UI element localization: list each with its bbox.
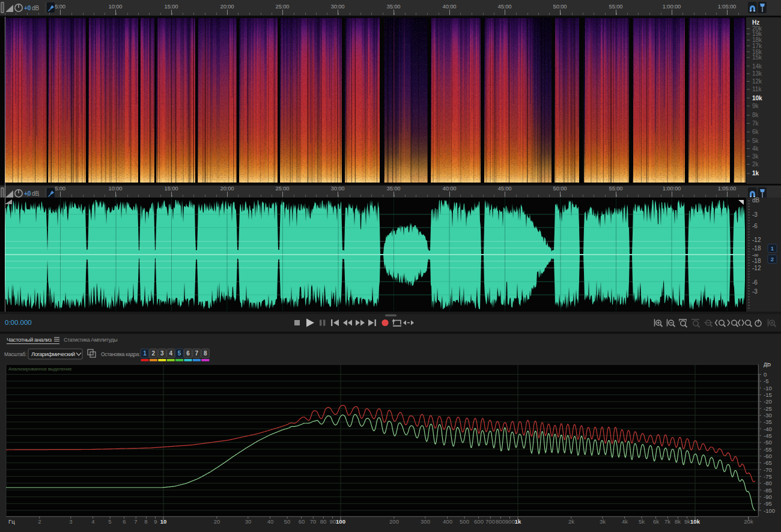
svg-text:3k: 3k	[752, 153, 759, 160]
svg-text:11k: 11k	[752, 86, 762, 92]
svg-text:12k: 12k	[752, 78, 762, 85]
svg-text:30: 30	[245, 518, 252, 525]
svg-text:15k: 15k	[752, 54, 762, 61]
svg-text:-5: -5	[764, 378, 768, 384]
svg-text:10:00: 10:00	[109, 3, 123, 10]
svg-text:80: 80	[320, 518, 327, 525]
svg-text:3: 3	[69, 518, 72, 525]
svg-text:-45: -45	[764, 432, 772, 439]
svg-text:13k: 13k	[752, 70, 762, 77]
svg-text:3k: 3k	[600, 518, 606, 525]
svg-text:25:00: 25:00	[276, 3, 290, 10]
svg-text:dB: dB	[752, 198, 760, 204]
svg-text:30:00: 30:00	[331, 3, 345, 10]
svg-text:8: 8	[144, 518, 147, 525]
svg-text:Анализированное выделение: Анализированное выделение	[8, 366, 72, 372]
svg-text:-90: -90	[764, 494, 772, 500]
svg-text:-40: -40	[764, 426, 772, 432]
svg-text:-18: -18	[752, 258, 761, 264]
svg-text:дБ: дБ	[764, 363, 771, 367]
svg-text:10: 10	[160, 518, 167, 525]
svg-text:-70: -70	[764, 467, 772, 473]
svg-text:45:00: 45:00	[498, 3, 512, 10]
svg-text:-20: -20	[764, 398, 772, 405]
svg-text:+0: +0	[24, 5, 31, 11]
svg-text:-65: -65	[764, 459, 772, 466]
svg-text:10k: 10k	[752, 95, 762, 101]
svg-text:dB: dB	[32, 5, 40, 11]
svg-text:70: 70	[310, 518, 317, 525]
svg-text:-60: -60	[764, 453, 772, 459]
svg-text:10:00: 10:00	[109, 186, 123, 192]
svg-text:dB: dB	[32, 190, 40, 197]
svg-text:1:00:00: 1:00:00	[663, 186, 681, 192]
svg-text:-12: -12	[752, 265, 761, 271]
svg-text:-80: -80	[764, 480, 772, 486]
svg-text:5:00: 5:00	[55, 3, 65, 10]
svg-text:4: 4	[91, 518, 94, 525]
svg-text:5k: 5k	[752, 138, 759, 144]
svg-text:6k: 6k	[752, 128, 759, 135]
svg-text:1k: 1k	[515, 518, 521, 525]
svg-text:7: 7	[195, 350, 199, 357]
svg-text:Статистика Амплитуды: Статистика Амплитуды	[64, 337, 117, 343]
svg-text:2: 2	[152, 350, 156, 357]
svg-text:800: 800	[496, 518, 505, 525]
svg-text:1:00:00: 1:00:00	[663, 3, 681, 10]
svg-text:Логарифмический: Логарифмический	[31, 351, 75, 357]
svg-text:25:00: 25:00	[276, 186, 290, 192]
svg-text:2: 2	[38, 518, 41, 525]
svg-text:-50: -50	[764, 439, 772, 446]
svg-text:-6: -6	[752, 279, 758, 286]
svg-text:-35: -35	[764, 419, 772, 425]
svg-text:Частотный анализ: Частотный анализ	[7, 336, 52, 343]
svg-text:Масштаб:: Масштаб:	[4, 351, 26, 357]
svg-text:8k: 8k	[752, 112, 759, 118]
svg-text:9k: 9k	[752, 103, 759, 109]
svg-text:-95: -95	[764, 500, 772, 507]
svg-text:4: 4	[169, 350, 172, 357]
svg-text:+0: +0	[24, 190, 31, 197]
svg-text:35:00: 35:00	[387, 3, 401, 10]
svg-text:60: 60	[299, 518, 305, 525]
svg-text:-30: -30	[764, 412, 772, 419]
svg-text:5k: 5k	[639, 518, 645, 525]
svg-text:-55: -55	[764, 446, 772, 453]
svg-text:40: 40	[267, 518, 274, 525]
svg-text:15:00: 15:00	[165, 186, 178, 192]
svg-text:-12: -12	[752, 237, 761, 243]
svg-text:-100: -100	[764, 507, 775, 514]
svg-text:1: 1	[771, 245, 774, 252]
svg-text:300: 300	[421, 518, 430, 525]
svg-text:Гц: Гц	[8, 518, 15, 525]
svg-text:6: 6	[123, 518, 126, 525]
svg-text:1:05:00: 1:05:00	[718, 3, 736, 10]
svg-text:1: 1	[143, 350, 147, 357]
svg-text:-∞: -∞	[752, 252, 758, 258]
svg-text:9: 9	[154, 518, 157, 525]
svg-text:1k: 1k	[752, 170, 759, 177]
svg-text:14k: 14k	[752, 63, 762, 70]
svg-text:3: 3	[160, 350, 164, 357]
svg-text:2k: 2k	[568, 518, 574, 525]
svg-text:-75: -75	[764, 473, 772, 480]
svg-text:200: 200	[389, 518, 399, 525]
svg-text:0:00.000: 0:00.000	[5, 319, 32, 326]
svg-text:35:00: 35:00	[387, 186, 401, 192]
svg-text:400: 400	[443, 518, 452, 525]
svg-text:8: 8	[204, 350, 207, 357]
svg-text:6k: 6k	[653, 518, 659, 525]
svg-text:-10: -10	[764, 385, 772, 391]
svg-text:15:00: 15:00	[165, 3, 178, 10]
svg-text:20:00: 20:00	[220, 186, 234, 192]
svg-text:7k: 7k	[664, 518, 670, 525]
svg-text:5: 5	[178, 350, 181, 357]
svg-text:Остановка кадра:: Остановка кадра:	[101, 351, 140, 357]
svg-text:4k: 4k	[752, 145, 759, 152]
svg-text:7k: 7k	[752, 120, 759, 127]
svg-text:-85: -85	[764, 487, 772, 494]
svg-text:8k: 8k	[675, 518, 681, 525]
svg-text:30:00: 30:00	[331, 186, 345, 192]
svg-text:600: 600	[474, 518, 484, 525]
svg-text:100: 100	[336, 518, 345, 525]
